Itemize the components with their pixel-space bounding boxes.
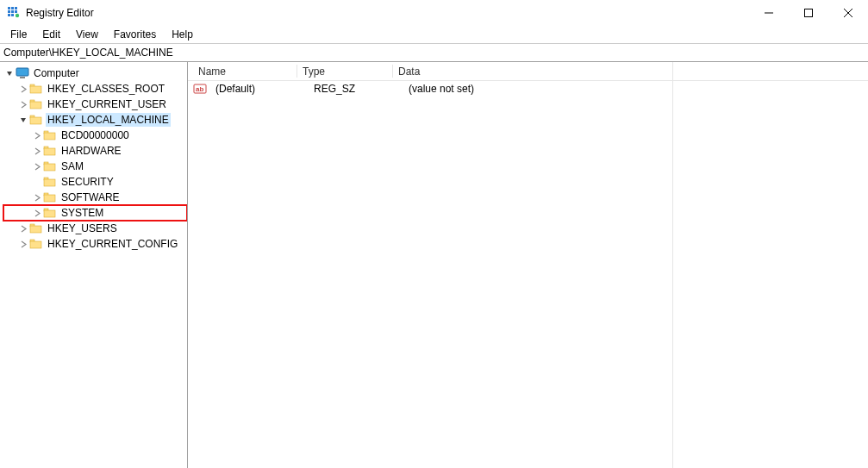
tree-node-label: BCD00000000 <box>59 128 131 142</box>
close-button[interactable] <box>828 0 868 25</box>
tree-node-hkcu[interactable]: HKEY_CURRENT_USER <box>3 97 187 112</box>
tree-node-system[interactable]: SYSTEM <box>3 205 187 221</box>
title-bar: Registry Editor <box>0 0 868 26</box>
tree-node-sam[interactable]: SAM <box>3 159 187 174</box>
folder-icon <box>43 206 57 220</box>
chevron-right-icon[interactable] <box>31 207 43 219</box>
column-divider <box>672 62 673 468</box>
svg-rect-13 <box>16 68 28 76</box>
svg-rect-2 <box>15 7 17 9</box>
column-header-type[interactable]: Type <box>297 64 392 79</box>
svg-rect-6 <box>8 14 10 16</box>
tree-node-computer[interactable]: Computer <box>3 66 187 81</box>
svg-rect-14 <box>20 77 25 78</box>
chevron-right-icon[interactable] <box>31 191 43 203</box>
folder-icon <box>43 190 57 204</box>
svg-rect-20 <box>30 117 41 124</box>
window-controls <box>749 0 868 25</box>
svg-rect-32 <box>44 210 55 217</box>
menu-view[interactable]: View <box>69 27 105 42</box>
cell-type: REG_SZ <box>309 83 403 95</box>
address-input[interactable] <box>3 47 865 59</box>
svg-rect-5 <box>15 10 17 13</box>
cell-name: (Default) <box>210 83 309 95</box>
menu-help[interactable]: Help <box>165 27 200 42</box>
computer-icon <box>16 66 29 80</box>
chevron-down-icon[interactable] <box>17 114 29 126</box>
folder-icon <box>29 82 43 96</box>
chevron-right-icon[interactable] <box>17 222 29 234</box>
chevron-right-icon[interactable] <box>31 129 43 141</box>
folder-icon <box>43 175 57 189</box>
folder-icon <box>43 159 57 173</box>
tree-node-label: SYSTEM <box>59 206 105 220</box>
menu-bar: File Edit View Favorites Help <box>0 26 868 43</box>
address-bar <box>0 43 868 62</box>
chevron-right-icon[interactable] <box>17 83 29 95</box>
svg-rect-18 <box>30 102 41 109</box>
folder-icon <box>29 237 43 251</box>
maximize-button[interactable] <box>789 0 828 25</box>
tree-view[interactable]: Computer HKEY_CLASSES_ROOT HKEY_CURRENT_… <box>0 62 188 468</box>
menu-file[interactable]: File <box>3 27 34 42</box>
svg-rect-0 <box>8 7 10 9</box>
svg-rect-3 <box>8 10 10 13</box>
folder-icon <box>43 128 57 142</box>
tree-node-hklm[interactable]: HKEY_LOCAL_MACHINE <box>3 112 187 128</box>
folder-icon <box>29 97 43 111</box>
svg-point-8 <box>16 13 19 16</box>
list-view[interactable]: Name Type Data ab (Default) REG_SZ (valu… <box>188 62 868 468</box>
svg-rect-10 <box>805 9 813 16</box>
chevron-right-icon[interactable] <box>17 98 29 110</box>
tree-node-hkcr[interactable]: HKEY_CLASSES_ROOT <box>3 81 187 97</box>
tree-node-label: Computer <box>32 66 81 80</box>
chevron-right-icon[interactable] <box>31 160 43 172</box>
folder-icon <box>43 144 57 158</box>
svg-rect-16 <box>30 86 41 93</box>
list-header: Name Type Data <box>188 62 868 81</box>
tree-node-label: HKEY_LOCAL_MACHINE <box>46 113 171 127</box>
tree-node-label: HKEY_USERS <box>46 222 119 235</box>
cell-data: (value not set) <box>403 83 868 95</box>
tree-node-hkcc[interactable]: HKEY_CURRENT_CONFIG <box>3 236 187 252</box>
svg-rect-4 <box>11 10 14 13</box>
folder-icon <box>29 113 43 127</box>
svg-rect-26 <box>44 164 55 171</box>
svg-text:ab: ab <box>196 85 203 93</box>
menu-edit[interactable]: Edit <box>35 27 67 42</box>
folder-icon <box>29 222 43 235</box>
tree-node-label: SECURITY <box>59 175 116 189</box>
svg-rect-7 <box>11 14 14 16</box>
tree-node-label: HKEY_CLASSES_ROOT <box>46 82 166 96</box>
tree-node-label: SAM <box>59 159 85 173</box>
chevron-down-icon[interactable] <box>3 67 16 79</box>
minimize-button[interactable] <box>749 0 789 25</box>
svg-rect-34 <box>30 226 41 233</box>
tree-node-bcd[interactable]: BCD00000000 <box>3 128 187 143</box>
tree-node-label: SOFTWARE <box>59 190 122 204</box>
string-value-icon: ab <box>193 82 207 96</box>
svg-rect-28 <box>44 179 55 186</box>
tree-node-label: HKEY_CURRENT_USER <box>46 97 168 111</box>
svg-rect-24 <box>44 148 55 155</box>
tree-node-label: HARDWARE <box>59 144 123 158</box>
list-row[interactable]: ab (Default) REG_SZ (value not set) <box>188 81 868 97</box>
tree-node-software[interactable]: SOFTWARE <box>3 190 187 205</box>
chevron-right-icon[interactable] <box>17 238 29 250</box>
svg-rect-22 <box>44 133 55 140</box>
svg-rect-1 <box>11 7 14 9</box>
column-header-data[interactable]: Data <box>393 64 868 79</box>
svg-rect-36 <box>30 241 41 248</box>
chevron-right-icon[interactable] <box>31 145 43 157</box>
tree-node-hardware[interactable]: HARDWARE <box>3 143 187 159</box>
expander-none <box>31 176 43 188</box>
app-icon <box>7 6 21 20</box>
svg-rect-30 <box>44 195 55 202</box>
tree-node-hku[interactable]: HKEY_USERS <box>3 221 187 236</box>
tree-node-security[interactable]: SECURITY <box>3 174 187 190</box>
menu-favorites[interactable]: Favorites <box>107 27 163 42</box>
window-title: Registry Editor <box>26 7 94 19</box>
column-header-name[interactable]: Name <box>193 64 297 79</box>
tree-node-label: HKEY_CURRENT_CONFIG <box>46 237 179 251</box>
